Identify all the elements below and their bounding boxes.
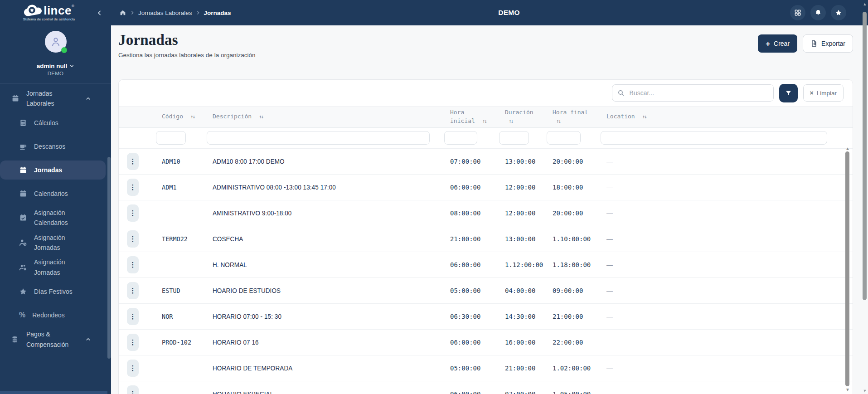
sidebar-horizontal-scrollbar[interactable] <box>0 391 107 394</box>
filter-descripci-n-input[interactable] <box>207 131 430 145</box>
column-header-hora-inicial[interactable]: Hora inicial ↑↓ <box>443 107 498 127</box>
sort-arrows-icon[interactable]: ↑↓ <box>190 114 194 120</box>
column-label: Duración <box>505 109 533 116</box>
user-menu[interactable]: admin null <box>37 63 75 69</box>
filter-hora-inicial-input[interactable] <box>444 131 477 145</box>
table-scrollbar-down-arrow[interactable]: ▼ <box>845 387 850 392</box>
column-label: Location <box>606 113 635 120</box>
row-actions-kebab-button[interactable]: ⋮ <box>127 256 139 273</box>
row-description: AMINISTRATIVO 9:00-18:00 <box>206 209 443 217</box>
row-actions-kebab-button[interactable]: ⋮ <box>127 334 139 351</box>
brand-name: lince <box>44 4 72 17</box>
row-actions-kebab-button[interactable]: ⋮ <box>127 230 139 248</box>
row-actions-kebab-button[interactable]: ⋮ <box>127 153 139 170</box>
sidebar-scrollbar-thumb[interactable] <box>107 157 111 359</box>
row-description: H. NORMAL <box>206 261 443 269</box>
column-header-c-digo[interactable]: Código ↑↓ <box>155 111 206 123</box>
create-button[interactable]: + Crear <box>758 34 797 53</box>
row-actions-kebab-button[interactable]: ⋮ <box>127 385 139 394</box>
chevron-up-icon <box>85 96 91 102</box>
filter-duraci-n-input[interactable] <box>499 131 529 145</box>
sidebar-item-pagos-compensaci-n-10[interactable]: Pagos & Compensación <box>0 329 111 350</box>
row-start-time: 07:00:00 <box>443 158 498 165</box>
sidebar-item-redondeos-9[interactable]: %Redondeos <box>0 306 111 325</box>
row-actions-kebab-button[interactable]: ⋮ <box>127 204 139 222</box>
percent-icon: % <box>19 311 25 319</box>
export-button[interactable]: Exportar <box>803 34 853 53</box>
row-description-text: AMINISTRATIVO 9:00-18:00 <box>213 209 291 217</box>
star-icon <box>835 9 842 16</box>
calendar-icon <box>11 94 19 102</box>
row-actions-kebab-button[interactable]: ⋮ <box>127 360 139 377</box>
registered-mark: ® <box>72 4 74 8</box>
top-navbar: lince® Sistema de control de asistencia … <box>0 0 868 25</box>
search-input[interactable] <box>612 84 774 102</box>
avatar[interactable] <box>45 31 67 53</box>
page-scrollbar-up-arrow[interactable]: ▲ <box>863 2 867 6</box>
row-description: ADM10 8:00 17:00 DEMO <box>206 157 443 165</box>
page-scrollbar-down-arrow[interactable]: ▼ <box>863 389 867 393</box>
sort-arrows-icon[interactable]: ↑↓ <box>556 118 560 124</box>
row-actions-kebab-button[interactable]: ⋮ <box>127 308 139 325</box>
row-end-time: 21:00:00 <box>546 313 600 320</box>
sidebar: admin null DEMO Jornadas LaboralesCálcul… <box>0 25 111 394</box>
sidebar-item-label: Redondeos <box>32 310 65 320</box>
sort-arrows-icon[interactable]: ↑↓ <box>642 114 646 120</box>
row-start-time: 08:00:00 <box>443 209 498 217</box>
breadcrumb-jornadas-laborales[interactable]: Jornadas Laborales <box>138 10 192 16</box>
row-end-time: 20:00:00 <box>546 158 600 165</box>
grid-icon-button[interactable] <box>790 5 805 20</box>
filter-hora-final-input[interactable] <box>547 131 581 145</box>
sidebar-item-descansos-2[interactable]: Descansos <box>0 137 111 156</box>
breadcrumb-separator-icon <box>130 10 135 15</box>
lince-cloud-logo-icon <box>24 4 42 16</box>
table-row: ⋮HORARIO ESPECIAL06:00:0007:00:001.05:00… <box>119 381 853 394</box>
bell-icon-button[interactable] <box>810 5 826 20</box>
row-actions-kebab-button[interactable]: ⋮ <box>127 179 139 196</box>
app-logo[interactable]: lince® Sistema de control de asistencia <box>0 4 91 21</box>
clear-filters-button[interactable]: × Limpiar <box>803 84 844 102</box>
filter-c-digo-input[interactable] <box>156 131 186 145</box>
main-content: Jornadas Gestiona las jornadas laborales… <box>111 25 868 394</box>
filter-button[interactable] <box>779 84 798 102</box>
column-header-duraci-n[interactable]: Duración ↑↓ <box>498 107 546 127</box>
row-end-time: 18:00:00 <box>546 184 600 191</box>
row-location: — <box>600 158 853 165</box>
sidebar-item-asignaci-n-jornadas-7[interactable]: Asignación Jornadas <box>0 257 111 277</box>
row-start-time: 06:30:00 <box>443 313 498 320</box>
row-description-text: COSECHA <box>213 235 243 243</box>
home-icon[interactable] <box>119 9 126 16</box>
sidebar-item-jornadas-laborales-0[interactable]: Jornadas Laborales <box>0 88 111 109</box>
sort-arrows-icon[interactable]: ↑↓ <box>482 118 486 124</box>
column-header-location[interactable]: Location ↑↓ <box>600 111 853 123</box>
column-header-hora-final[interactable]: Hora final ↑↓ <box>546 107 600 127</box>
row-code: ADM10 <box>155 158 206 165</box>
row-start-time: 05:00:00 <box>443 287 498 294</box>
sidebar-item-jornadas-3[interactable]: Jornadas <box>0 161 106 180</box>
row-start-time: 21:00:00 <box>443 235 498 243</box>
row-actions-kebab-button[interactable]: ⋮ <box>127 282 139 299</box>
sidebar-item-asignaci-n-jornadas-6[interactable]: Asignación Jornadas <box>0 233 111 253</box>
filter-location-input[interactable] <box>601 131 827 145</box>
column-header-descripci-n[interactable]: Descripción ↑↓ <box>206 111 443 123</box>
jornadas-table-card: × Limpiar Código ↑↓Descripción ↑↓Hora in… <box>118 79 853 394</box>
table-scrollbar-thumb[interactable] <box>845 151 849 386</box>
row-description-text: H. NORMAL <box>213 261 247 268</box>
row-duration: 04:00:00 <box>498 287 546 294</box>
table-scrollbar-up-arrow[interactable]: ▲ <box>845 146 850 151</box>
sidebar-item-label: Pagos & Compensación <box>26 329 68 350</box>
sidebar-collapse-button[interactable] <box>96 10 103 16</box>
sort-arrows-icon[interactable]: ↑↓ <box>259 114 263 120</box>
sidebar-item-asignaci-n-calendarios-5[interactable]: Asignación Calendarios <box>0 208 111 228</box>
sidebar-item-calendarios-4[interactable]: Calendarios <box>0 184 111 203</box>
star-icon-button[interactable] <box>831 5 846 20</box>
sidebar-item-c-lculos-1[interactable]: Cálculos <box>0 113 111 132</box>
chevron-up-icon <box>85 336 91 342</box>
row-description: HORARIO 07 16 <box>206 338 443 346</box>
sidebar-item-d-as-festivos-8[interactable]: Días Festivos <box>0 282 111 301</box>
filter-cell <box>155 131 206 145</box>
page-title: Jornadas <box>118 32 853 49</box>
page-scrollbar-thumb[interactable] <box>863 12 867 300</box>
sort-arrows-icon[interactable]: ↑↓ <box>509 118 513 124</box>
table-toolbar: × Limpiar <box>119 80 853 106</box>
